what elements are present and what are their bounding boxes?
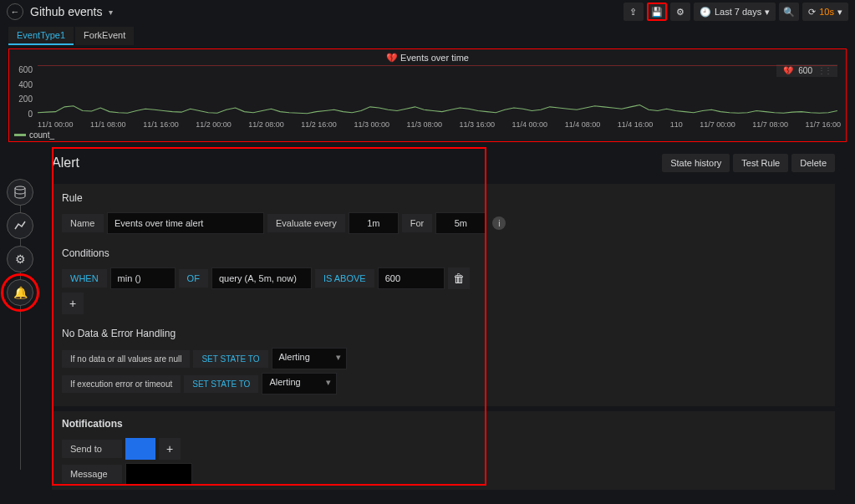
error-state-select[interactable]: Alerting (262, 373, 337, 395)
for-input[interactable] (435, 212, 486, 234)
notifications-heading: Notifications (62, 418, 825, 430)
title-caret-icon[interactable]: ▾ (109, 8, 113, 17)
threshold-input[interactable] (378, 267, 445, 289)
query-input[interactable] (211, 267, 312, 289)
when-label: WHEN (62, 269, 107, 288)
send-to-label: Send to (62, 440, 122, 458)
bell-icon: 🔔 (13, 286, 28, 299)
legend-swatch (14, 134, 26, 136)
dashboard-header: ← Github events ▾ ⇪ 💾 ⚙ 🕘 Last 7 days ▾ … (0, 0, 855, 23)
panel-title-text: Events over time (400, 53, 469, 63)
message-label: Message (62, 465, 122, 483)
panel-events-over-time: 💔 Events over time 💔 600 ⋮⋮ 600 400 200 … (8, 48, 847, 142)
zoom-out-icon: 🔍 (783, 7, 795, 18)
add-condition-button[interactable]: + (62, 293, 84, 314)
tab-visualization[interactable] (7, 212, 33, 239)
dashboard-title[interactable]: Github events (30, 5, 102, 18)
eval-label: Evaluate every (267, 214, 345, 232)
test-rule-button[interactable]: Test Rule (733, 154, 788, 172)
save-icon: 💾 (651, 7, 663, 18)
y-tick: 600 (14, 65, 33, 74)
info-icon[interactable]: i (492, 216, 506, 230)
remove-condition-button[interactable]: 🗑 (448, 267, 470, 289)
nodata-row2-label: If execution error or timeout (62, 375, 181, 393)
reducer-input[interactable] (110, 267, 176, 289)
refresh-interval: 10s (819, 7, 834, 17)
of-label: OF (179, 269, 208, 288)
name-label: Name (62, 214, 104, 232)
legend-label: count_ (29, 130, 54, 140)
chart-svg (38, 65, 837, 122)
chart-icon (13, 219, 27, 232)
add-channel-button[interactable]: + (159, 438, 181, 460)
panel-title[interactable]: 💔 Events over time (14, 53, 841, 64)
svg-point-0 (15, 186, 25, 190)
chevron-down-icon: ▾ (837, 7, 842, 18)
gear-icon: ⚙ (15, 252, 26, 266)
trash-icon: 🗑 (453, 272, 465, 285)
plus-icon: + (69, 297, 76, 310)
time-range-button[interactable]: 🕘 Last 7 days ▾ (694, 3, 776, 21)
y-tick: 400 (14, 80, 33, 89)
share-icon: ⇪ (629, 7, 637, 18)
y-tick: 0 (14, 109, 33, 119)
time-range-label: Last 7 days (715, 7, 761, 17)
editor-tab-strip: ⚙ 🔔 (0, 147, 40, 495)
back-button[interactable]: ← (7, 3, 23, 20)
chart-plot[interactable]: 600 400 200 0 (14, 65, 841, 119)
variable-value[interactable]: ForkEvent (75, 27, 134, 45)
variable-label[interactable]: EventType1 (8, 27, 74, 45)
eval-every-input[interactable] (349, 212, 399, 234)
set-state-to-label: SET STATE TO (193, 350, 267, 368)
rule-section: Rule Name Evaluate every For i Condition… (52, 184, 835, 406)
delete-button[interactable]: Delete (791, 154, 835, 172)
database-icon (13, 186, 27, 199)
y-axis: 600 400 200 0 (14, 65, 36, 119)
clock-icon: 🕘 (700, 7, 711, 18)
alert-heading: Alert (52, 155, 79, 171)
share-button[interactable]: ⇪ (623, 3, 644, 21)
nodata-state-select[interactable]: Alerting (272, 348, 347, 369)
conditions-heading: Conditions (62, 247, 825, 259)
plus-icon: + (166, 442, 173, 456)
alert-name-input[interactable] (107, 212, 264, 234)
tab-general[interactable]: ⚙ (7, 246, 33, 272)
rule-heading: Rule (62, 192, 825, 204)
legend[interactable]: count_ (14, 130, 841, 140)
template-variables: EventType1 ForkEvent (0, 23, 855, 48)
settings-button[interactable]: ⚙ (670, 3, 690, 21)
notifications-section: Notifications Send to + Message (52, 411, 835, 490)
panel-editor: ⚙ 🔔 Alert State history Test Rule Delete… (0, 147, 855, 495)
nodata-heading: No Data & Error Handling (62, 328, 825, 339)
y-tick: 200 (14, 94, 33, 104)
set-state-to-label-2: SET STATE TO (184, 375, 258, 393)
for-label: For (402, 214, 433, 232)
tab-queries[interactable] (7, 179, 33, 206)
evaluator-label[interactable]: IS ABOVE (315, 269, 374, 288)
nodata-row1-label: If no data or all values are null (62, 350, 190, 368)
tab-alert[interactable]: 🔔 (7, 279, 33, 306)
alert-heart-icon: 💔 (386, 53, 398, 63)
save-button[interactable]: 💾 (647, 3, 667, 21)
editor-content: Alert State history Test Rule Delete Rul… (40, 147, 855, 495)
state-history-button[interactable]: State history (662, 154, 730, 172)
zoom-out-button[interactable]: 🔍 (779, 3, 799, 21)
series-line (38, 105, 837, 114)
gear-icon: ⚙ (676, 7, 685, 18)
message-input[interactable] (125, 463, 192, 485)
alert-header: Alert State history Test Rule Delete (40, 147, 847, 179)
notification-channel-tag[interactable] (125, 438, 155, 460)
chevron-down-icon: ▾ (765, 7, 770, 18)
refresh-button[interactable]: ⟳ 10s ▾ (802, 3, 848, 21)
refresh-icon: ⟳ (808, 7, 816, 18)
